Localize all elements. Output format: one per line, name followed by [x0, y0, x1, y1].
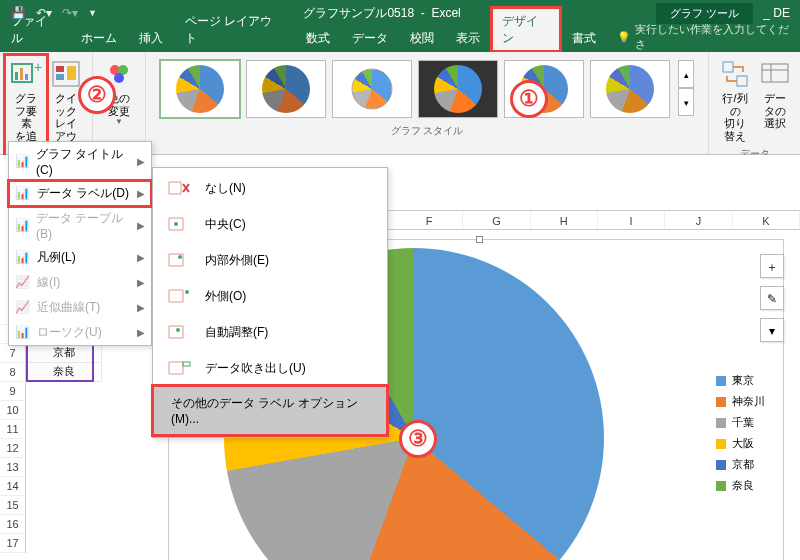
row-header[interactable]: 14	[0, 477, 26, 496]
chart-styles-icon[interactable]: ✎	[760, 286, 784, 310]
row-header[interactable]: 9	[0, 382, 26, 401]
gallery-more-icon[interactable]: ▾	[678, 88, 694, 116]
legend-item[interactable]: 奈良	[716, 475, 765, 496]
data-labels-icon: 📊	[15, 186, 31, 202]
lines-icon: 📈	[15, 275, 31, 291]
tab-formulas[interactable]: 数式	[295, 25, 341, 52]
menu-trendline: 📈近似曲線(T)▶	[9, 295, 151, 320]
group-styles: ▴▾ グラフ スタイル	[146, 52, 709, 154]
best-fit-icon	[165, 323, 193, 341]
submenu-arrow-icon: ▶	[137, 327, 145, 338]
row-header[interactable]: 7	[0, 344, 26, 363]
row-header[interactable]: 11	[0, 420, 26, 439]
updown-icon: 📊	[15, 325, 31, 341]
undo-icon[interactable]: ↶▾	[33, 4, 55, 22]
submenu-center[interactable]: 中央(C)	[153, 206, 387, 242]
switch-row-col-button[interactable]: 行/列の 切り替え	[715, 56, 755, 145]
submenu-arrow-icon: ▶	[137, 302, 145, 313]
tab-design[interactable]: デザイン	[491, 7, 561, 52]
tab-pagelayout[interactable]: ページ レイアウト	[174, 8, 295, 52]
menu-chart-title[interactable]: 📊グラフ タイトル(C)▶	[9, 142, 151, 181]
menu-updown-bars: 📊ローソク(U)▶	[9, 320, 151, 345]
svg-rect-8	[67, 66, 76, 80]
style-thumb-2[interactable]	[246, 60, 326, 118]
submenu-none[interactable]: なし(N)	[153, 170, 387, 206]
col-header[interactable]: J	[665, 211, 732, 229]
row-header[interactable]: 13	[0, 458, 26, 477]
svg-point-20	[176, 328, 180, 332]
row-header[interactable]: 8	[0, 363, 26, 382]
save-icon[interactable]: 💾	[8, 4, 29, 22]
style-thumb-1[interactable]	[160, 60, 240, 118]
select-data-button[interactable]: データの 選択	[755, 56, 795, 145]
legend-item[interactable]: 神奈川	[716, 391, 765, 412]
submenu-more-options[interactable]: その他のデータ ラベル オプション(M)...	[153, 386, 387, 435]
legend-swatch	[716, 481, 726, 491]
redo-icon[interactable]: ↷▾	[59, 4, 81, 22]
col-header[interactable]: F	[396, 211, 463, 229]
submenu-best-fit[interactable]: 自動調整(F)	[153, 314, 387, 350]
col-header[interactable]: K	[733, 211, 800, 229]
tab-format[interactable]: 書式	[561, 25, 607, 52]
tab-data[interactable]: データ	[341, 25, 399, 52]
bulb-icon: 💡	[617, 31, 631, 44]
svg-rect-12	[723, 62, 733, 72]
tab-home[interactable]: ホーム	[70, 25, 128, 52]
col-header[interactable]: I	[598, 211, 665, 229]
tab-insert[interactable]: 挿入	[128, 25, 174, 52]
svg-point-11	[114, 73, 124, 83]
svg-rect-7	[56, 74, 64, 80]
row-header[interactable]: 15	[0, 496, 26, 515]
none-icon	[165, 179, 193, 197]
legend-label: 千葉	[732, 415, 754, 430]
row-header[interactable]: 16	[0, 515, 26, 534]
annotation-badge-3: ③	[399, 420, 437, 458]
tell-me[interactable]: 💡実行したい作業を入力してくださ	[617, 22, 800, 52]
style-thumb-3[interactable]	[332, 60, 412, 118]
submenu-arrow-icon: ▶	[137, 156, 145, 167]
row-header[interactable]: 10	[0, 401, 26, 420]
qat-customize-icon[interactable]: ▼	[85, 6, 100, 20]
switch-icon	[719, 58, 751, 90]
style-thumb-6[interactable]	[590, 60, 670, 118]
legend-label: 京都	[732, 457, 754, 472]
legend-item[interactable]: 京都	[716, 454, 765, 475]
tab-view[interactable]: 表示	[445, 25, 491, 52]
legend-swatch	[716, 397, 726, 407]
gallery-up-icon[interactable]: ▴	[678, 60, 694, 88]
titlebar-right: _ DE	[753, 6, 800, 20]
tab-review[interactable]: 校閲	[399, 25, 445, 52]
col-header[interactable]: H	[531, 211, 598, 229]
menu-data-labels[interactable]: 📊データ ラベル(D)▶	[9, 181, 151, 206]
resize-handle[interactable]	[476, 236, 483, 243]
legend-label: 神奈川	[732, 394, 765, 409]
svg-rect-2	[20, 68, 23, 80]
inside-end-icon	[165, 251, 193, 269]
menu-legend[interactable]: 📊凡例(L)▶	[9, 245, 151, 270]
legend-label: 奈良	[732, 478, 754, 493]
chart-element-icon: +	[10, 58, 42, 90]
layout-icon	[50, 58, 82, 90]
col-header[interactable]: G	[463, 211, 530, 229]
chart-legend[interactable]: 東京 神奈川 千葉 大阪 京都 奈良	[716, 370, 765, 496]
submenu-callout[interactable]: データ吹き出し(U)	[153, 350, 387, 386]
tell-me-text: 実行したい作業を入力してくださ	[635, 22, 800, 52]
submenu-arrow-icon: ▶	[137, 252, 145, 263]
row-header[interactable]: 12	[0, 439, 26, 458]
chart-elements-icon[interactable]: ＋	[760, 254, 784, 278]
legend-item[interactable]: 東京	[716, 370, 765, 391]
row-header[interactable]: 17	[0, 534, 26, 553]
data-table-icon: 📊	[15, 218, 30, 234]
submenu-outside-end[interactable]: 外側(O)	[153, 278, 387, 314]
legend-item[interactable]: 千葉	[716, 412, 765, 433]
group-styles-label: グラフ スタイル	[152, 122, 702, 138]
gallery-scroll[interactable]: ▴▾	[678, 60, 694, 118]
legend-item[interactable]: 大阪	[716, 433, 765, 454]
ribbon: + グラフ要素 を追加 ▼ クイック レイアウト ▼ 色の 変更 ▼ ▴▾	[0, 52, 800, 155]
chart-float-buttons: ＋ ✎ ▾	[760, 254, 784, 342]
submenu-inside-end[interactable]: 内部外側(E)	[153, 242, 387, 278]
style-thumb-4[interactable]	[418, 60, 498, 118]
submenu-arrow-icon: ▶	[137, 188, 145, 199]
chart-filter-icon[interactable]: ▾	[760, 318, 784, 342]
contextual-tab-group: グラフ ツール	[656, 3, 753, 24]
